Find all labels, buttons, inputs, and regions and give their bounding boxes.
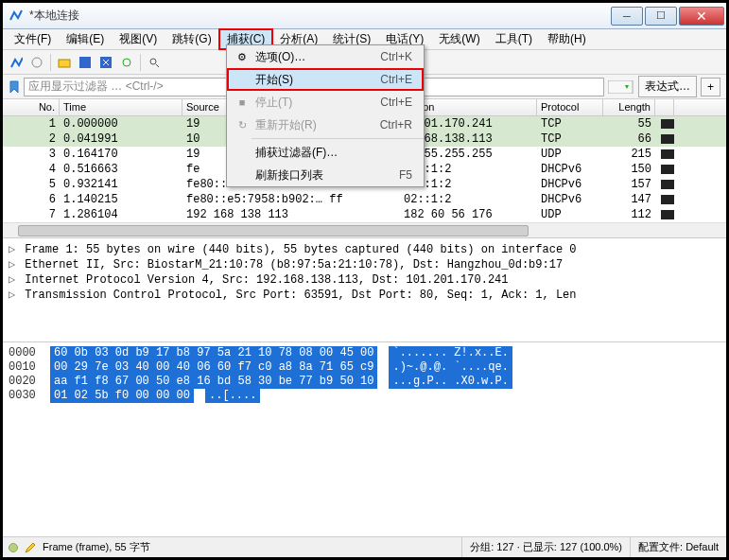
toolbar-close-icon[interactable] bbox=[96, 53, 115, 72]
titlebar: *本地连接 ─ ☐ ✕ bbox=[3, 3, 726, 29]
add-filter-button[interactable]: + bbox=[701, 78, 720, 96]
restart-icon: ↻ bbox=[233, 119, 252, 131]
menu-view[interactable]: 视图(V) bbox=[112, 29, 165, 49]
menu-item-capture-filters[interactable]: 捕获过滤器(F)… bbox=[227, 141, 424, 164]
menu-file[interactable]: 文件(F) bbox=[7, 29, 59, 49]
edit-icon[interactable] bbox=[24, 541, 37, 554]
tree-toggle-icon[interactable]: ▷ bbox=[9, 288, 18, 303]
menu-item-restart: ↻ 重新开始(R) Ctrl+R bbox=[227, 114, 424, 136]
horizontal-scrollbar[interactable] bbox=[3, 222, 726, 237]
capture-menu-dropdown: ⚙ 选项(O)… Ctrl+K 开始(S) Ctrl+E ■ 停止(T) Ctr… bbox=[226, 44, 425, 187]
menu-item-options[interactable]: ⚙ 选项(O)… Ctrl+K bbox=[227, 45, 424, 68]
packet-details-pane[interactable]: ▷ Frame 1: 55 bytes on wire (440 bits), … bbox=[3, 238, 726, 342]
toolbar-stop-icon[interactable] bbox=[27, 53, 46, 72]
menu-item-stop: ■ 停止(T) Ctrl+E bbox=[227, 91, 424, 114]
tree-toggle-icon[interactable]: ▷ bbox=[9, 242, 18, 257]
maximize-button[interactable]: ☐ bbox=[645, 7, 677, 26]
status-frame-info: Frame (frame), 55 字节 bbox=[43, 540, 461, 554]
close-button[interactable]: ✕ bbox=[679, 7, 724, 26]
toolbar-find-icon[interactable] bbox=[145, 53, 164, 72]
svg-rect-1 bbox=[59, 60, 70, 67]
expert-info-icon[interactable] bbox=[9, 543, 18, 552]
menu-item-start[interactable]: 开始(S) Ctrl+E bbox=[227, 68, 424, 91]
svg-rect-7 bbox=[608, 80, 633, 94]
col-header-time[interactable]: Time bbox=[60, 99, 182, 115]
hex-row[interactable]: 003001 02 5b f0 00 00 00..[.... bbox=[9, 389, 720, 403]
svg-rect-2 bbox=[79, 57, 91, 68]
packet-row[interactable]: 71.286104192 168 138 113182 60 56 176UDP… bbox=[3, 207, 726, 222]
toolbar-reload-icon[interactable] bbox=[117, 53, 136, 72]
status-packet-count: 分组: 127 · 已显示: 127 (100.0%) bbox=[461, 537, 630, 557]
packet-bytes-pane[interactable]: 000060 0b 03 0d b9 17 b8 97 5a 21 10 78 … bbox=[3, 342, 726, 429]
tree-toggle-icon[interactable]: ▷ bbox=[9, 257, 18, 272]
statusbar: Frame (frame), 55 字节 分组: 127 · 已显示: 127 … bbox=[3, 536, 726, 557]
toolbar-save-icon[interactable] bbox=[76, 53, 95, 72]
menu-item-refresh-interfaces[interactable]: 刷新接口列表 F5 bbox=[227, 164, 424, 186]
stop-icon: ■ bbox=[233, 96, 252, 108]
toolbar-open-icon[interactable] bbox=[55, 53, 74, 72]
filter-dropdown-icon[interactable] bbox=[608, 80, 634, 94]
hex-row[interactable]: 001000 29 7e 03 40 00 40 06 60 f7 c0 a8 … bbox=[9, 360, 720, 375]
menu-go[interactable]: 跳转(G) bbox=[165, 29, 218, 49]
menu-separator bbox=[252, 138, 424, 139]
expression-button[interactable]: 表达式… bbox=[638, 76, 697, 97]
col-header-length[interactable]: Length bbox=[603, 99, 655, 115]
minimize-button[interactable]: ─ bbox=[611, 7, 643, 26]
svg-point-5 bbox=[150, 59, 156, 64]
col-header-protocol[interactable]: Protocol bbox=[537, 99, 603, 115]
tree-toggle-icon[interactable]: ▷ bbox=[9, 272, 18, 288]
menu-edit[interactable]: 编辑(E) bbox=[59, 29, 112, 49]
gear-icon: ⚙ bbox=[233, 51, 252, 63]
window-title: *本地连接 bbox=[29, 8, 611, 24]
hex-row[interactable]: 0020aa f1 f8 67 00 50 e8 16 bd 58 30 be … bbox=[9, 375, 720, 389]
menu-help[interactable]: 帮助(H) bbox=[540, 29, 594, 49]
svg-point-0 bbox=[32, 58, 42, 67]
col-header-no[interactable]: No. bbox=[3, 99, 60, 115]
svg-line-6 bbox=[156, 64, 159, 67]
menu-tools[interactable]: 工具(T) bbox=[488, 29, 540, 49]
hex-row[interactable]: 000060 0b 03 0d b9 17 b8 97 5a 21 10 78 … bbox=[9, 346, 720, 360]
svg-point-4 bbox=[123, 59, 130, 66]
status-profile[interactable]: 配置文件: Default bbox=[630, 537, 726, 557]
app-icon bbox=[9, 9, 24, 24]
toolbar-start-icon[interactable] bbox=[7, 53, 26, 72]
bookmark-icon[interactable] bbox=[9, 80, 20, 94]
packet-row[interactable]: 61.140215fe80::e5:7958:b902:… ff02::1:2D… bbox=[3, 192, 726, 207]
menu-wireless[interactable]: 无线(W) bbox=[431, 29, 487, 49]
